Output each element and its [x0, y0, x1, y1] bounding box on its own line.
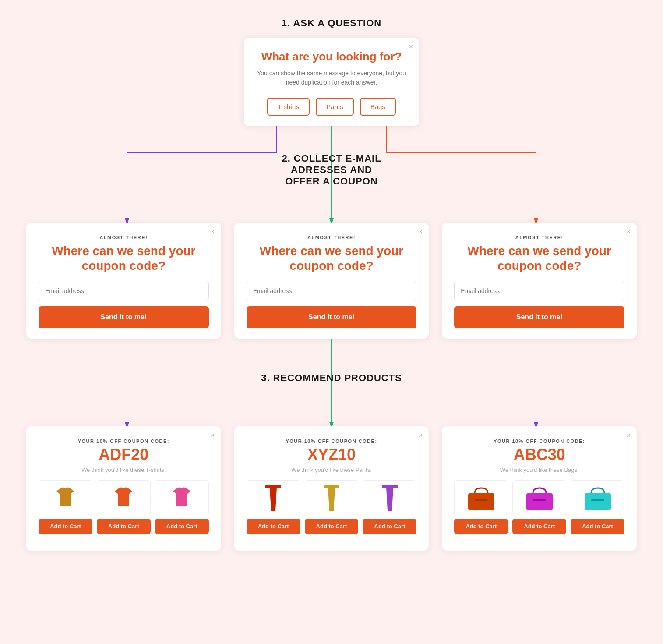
send-btn-1[interactable]: Send it to me!	[247, 306, 417, 328]
svg-rect-11	[591, 499, 604, 501]
step3-cards-row: × YOUR 10% OFF COUPON CODE: ADF20 We thi…	[26, 426, 637, 551]
product-img-2-0	[454, 480, 508, 515]
add-to-cart-0-0[interactable]: Add to Cart	[39, 519, 92, 534]
page-wrapper: 1. ASK A QUESTION × What are you looking…	[0, 0, 663, 568]
question-subtitle: You can show the same message to everyon…	[256, 69, 407, 87]
product-item-0-1: Add to Cart	[97, 480, 151, 534]
send-btn-2[interactable]: Send it to me!	[454, 306, 624, 328]
close-button-e1[interactable]: ×	[419, 228, 423, 236]
pants-purple-icon	[377, 482, 403, 513]
email-input-2[interactable]	[454, 282, 624, 300]
step2-cards-row: × ALMOST THERE! Where can we send your c…	[26, 223, 637, 339]
add-to-cart-2-1[interactable]: Add to Cart	[512, 519, 566, 534]
send-btn-0[interactable]: Send it to me!	[39, 306, 209, 328]
coupon-label-1: YOUR 10% OFF COUPON CODE:	[247, 439, 417, 444]
products-grid-1: Add to Cart Add to Cart	[247, 480, 417, 534]
add-to-cart-0-2[interactable]: Add to Cart	[155, 519, 209, 534]
tshirt-red-icon	[110, 485, 137, 511]
product-item-1-0: Add to Cart	[247, 480, 300, 534]
add-to-cart-1-1[interactable]: Add to Cart	[305, 519, 359, 534]
close-button-e2[interactable]: ×	[627, 228, 631, 236]
answer-buttons: T-shirts Pants Bags	[256, 98, 407, 116]
product-item-1-1: Add to Cart	[305, 480, 359, 534]
connectors-section-2: 3. RECOMMEND PRODUCTS	[26, 339, 637, 426]
question-card: × What are you looking for? You can show…	[244, 38, 419, 126]
product-img-1-2	[363, 480, 416, 515]
question-title: What are you looking for?	[256, 50, 407, 64]
add-to-cart-1-0[interactable]: Add to Cart	[247, 519, 300, 534]
svg-marker-5	[534, 422, 538, 426]
product-item-0-2: Add to Cart	[155, 480, 209, 534]
answer-tshirts[interactable]: T-shirts	[267, 98, 310, 116]
step1-container: × What are you looking for? You can show…	[26, 38, 637, 126]
product-img-2-2	[571, 480, 624, 515]
bag-magenta-icon	[524, 485, 555, 511]
step1-label: 1. ASK A QUESTION	[26, 18, 637, 29]
product-item-2-0: Add to Cart	[454, 480, 508, 534]
email-input-1[interactable]	[247, 282, 417, 300]
svg-marker-2	[534, 218, 538, 223]
step2-label: 2. COLLECT E-MAIL ADRESSES AND OFFER A C…	[282, 153, 381, 196]
suggestion-0: We think you'd like these T-shirts:	[39, 467, 209, 473]
step2-line3: OFFER A COUPON	[282, 176, 381, 187]
close-button-p0[interactable]: ×	[211, 432, 215, 439]
email-card-2: × ALMOST THERE! Where can we send your c…	[442, 223, 637, 339]
add-to-cart-2-0[interactable]: Add to Cart	[454, 519, 508, 534]
tshirt-pink-icon	[169, 485, 195, 511]
pants-gold-icon	[318, 482, 345, 513]
step2-line1: 2. COLLECT E-MAIL	[282, 153, 381, 164]
product-img-1-0	[247, 480, 300, 515]
product-card-1: × YOUR 10% OFF COUPON CODE: XYZ10 We thi…	[234, 426, 429, 551]
add-to-cart-2-2[interactable]: Add to Cart	[571, 519, 624, 534]
coupon-code-2: ABC30	[454, 446, 624, 464]
bag-orange-icon	[466, 485, 497, 511]
add-to-cart-1-2[interactable]: Add to Cart	[363, 519, 416, 534]
product-img-0-2	[155, 480, 209, 515]
svg-rect-9	[533, 499, 546, 501]
svg-marker-4	[329, 422, 334, 426]
almost-there-2: ALMOST THERE!	[454, 235, 624, 240]
coupon-label-2: YOUR 10% OFF COUPON CODE:	[454, 439, 624, 444]
almost-there-0: ALMOST THERE!	[39, 235, 209, 240]
coupon-title-2: Where can we send your coupon code?	[454, 244, 624, 273]
coupon-code-1: XYZ10	[247, 446, 417, 464]
product-item-0-0: Add to Cart	[39, 480, 92, 534]
product-item-1-2: Add to Cart	[363, 480, 416, 534]
email-card-0: × ALMOST THERE! Where can we send your c…	[26, 223, 221, 339]
connectors-section-1: 2. COLLECT E-MAIL ADRESSES AND OFFER A C…	[26, 126, 637, 223]
close-button-q[interactable]: ×	[409, 43, 413, 51]
product-item-2-1: Add to Cart	[512, 480, 566, 534]
svg-marker-1	[329, 218, 334, 223]
coupon-code-0: ADF20	[39, 446, 209, 464]
coupon-label-0: YOUR 10% OFF COUPON CODE:	[39, 439, 209, 444]
add-to-cart-0-1[interactable]: Add to Cart	[97, 519, 151, 534]
answer-bags[interactable]: Bags	[360, 98, 396, 116]
step3-text: 3. RECOMMEND PRODUCTS	[261, 372, 402, 384]
step3-label: 3. RECOMMEND PRODUCTS	[261, 372, 402, 393]
products-grid-2: Add to Cart Add to Cart	[454, 480, 624, 534]
step2-line2: ADRESSES AND	[282, 164, 381, 176]
tshirt-gold-icon	[52, 485, 78, 511]
suggestion-2: We think you'd like these Bags:	[454, 467, 624, 473]
close-button-e0[interactable]: ×	[211, 228, 215, 236]
product-card-2: × YOUR 10% OFF COUPON CODE: ABC30 We thi…	[442, 426, 637, 551]
email-input-0[interactable]	[39, 282, 209, 300]
product-img-0-0	[39, 480, 92, 515]
svg-marker-3	[125, 422, 129, 426]
product-card-0: × YOUR 10% OFF COUPON CODE: ADF20 We thi…	[26, 426, 221, 551]
answer-pants[interactable]: Pants	[316, 98, 353, 116]
products-grid-0: Add to Cart Add to Cart	[39, 480, 209, 534]
almost-there-1: ALMOST THERE!	[247, 235, 417, 240]
bag-cyan-icon	[582, 485, 613, 511]
svg-rect-7	[475, 499, 488, 501]
product-img-2-1	[512, 480, 566, 515]
close-button-p1[interactable]: ×	[419, 432, 423, 439]
svg-marker-0	[125, 218, 129, 223]
product-img-0-1	[97, 480, 151, 515]
pants-red-icon	[260, 482, 286, 513]
suggestion-1: We think you'd like these Pants:	[247, 467, 417, 473]
close-button-p2[interactable]: ×	[627, 432, 631, 439]
svg-rect-8	[526, 493, 553, 510]
product-img-1-1	[305, 480, 359, 515]
coupon-title-1: Where can we send your coupon code?	[247, 244, 417, 273]
